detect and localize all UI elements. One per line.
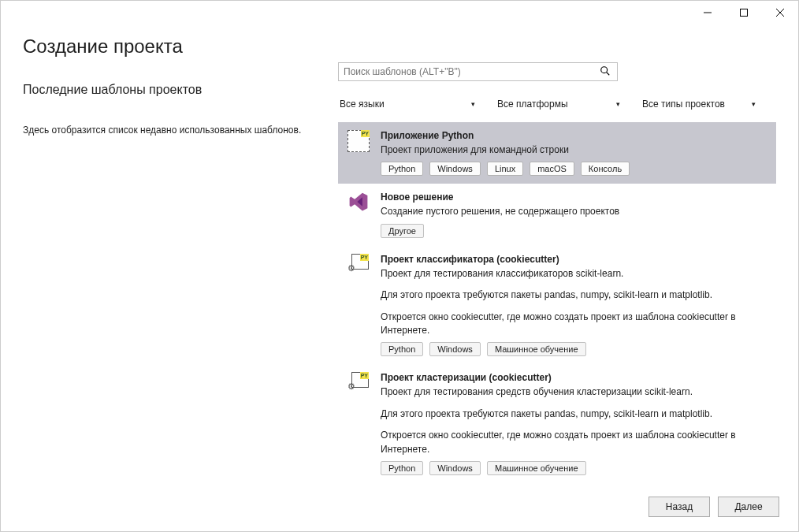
- recent-templates-panel: Последние шаблоны проектов Здесь отобраз…: [23, 61, 338, 486]
- template-description: Создание пустого решения, не содержащего…: [381, 205, 770, 218]
- svg-line-5: [607, 72, 610, 75]
- search-icon[interactable]: [596, 65, 614, 79]
- filter-platform[interactable]: Все платформы ▾: [496, 95, 623, 113]
- recent-heading: Последние шаблоны проектов: [23, 83, 338, 97]
- template-tag: Другое: [381, 224, 424, 238]
- maximize-button[interactable]: [726, 1, 762, 24]
- svg-point-4: [601, 66, 608, 73]
- template-description: Для этого проекта требуются пакеты panda…: [381, 407, 770, 421]
- minimize-button[interactable]: [689, 1, 726, 24]
- back-button[interactable]: Назад: [648, 497, 710, 517]
- template-tags: PythonWindowsLinuxmacOSКонсоль: [381, 162, 770, 176]
- template-tag: Машинное обучение: [487, 461, 586, 475]
- template-list[interactable]: PYПриложение PythonПроект приложения для…: [338, 122, 776, 486]
- dialog-footer: Назад Далее: [1, 485, 798, 531]
- template-tags: Другое: [381, 224, 770, 238]
- filter-language-label: Все языки: [340, 99, 385, 110]
- template-item[interactable]: PY⚙Проект кластеризации (cookiecutter)Пр…: [338, 364, 776, 483]
- svg-rect-1: [741, 9, 748, 17]
- python-app-icon: PY: [346, 130, 371, 155]
- template-tags: PythonWindowsМашинное обучение: [381, 342, 770, 356]
- close-button[interactable]: [762, 1, 798, 24]
- template-tag: Windows: [429, 162, 481, 176]
- template-tag: Windows: [429, 342, 481, 356]
- template-tag: Python: [381, 461, 423, 475]
- template-tags: PythonWindowsМашинное обучение: [381, 461, 770, 475]
- template-title: Проект кластеризации (cookiecutter): [381, 372, 770, 383]
- template-title: Новое решение: [381, 192, 770, 203]
- search-box[interactable]: [338, 62, 618, 81]
- cookiecutter-icon: PY⚙: [346, 372, 371, 397]
- filter-platform-label: Все платформы: [497, 99, 568, 110]
- chevron-down-icon: ▾: [616, 100, 620, 108]
- template-item[interactable]: PYПриложение PythonПроект приложения для…: [338, 122, 776, 184]
- recent-empty-text: Здесь отобразится список недавно использ…: [23, 124, 338, 137]
- vs-solution-icon: [346, 192, 371, 217]
- next-button[interactable]: Далее: [718, 497, 779, 517]
- cookiecutter-icon: PY⚙: [346, 254, 371, 279]
- template-description: Для этого проекта требуются пакеты panda…: [381, 288, 770, 302]
- template-description: Откроется окно cookiecutter, где можно с…: [381, 311, 770, 338]
- template-tag: Машинное обучение: [487, 342, 586, 356]
- template-item[interactable]: PY⚙Проект классификатора (cookiecutter)П…: [338, 246, 776, 365]
- template-title: Приложение Python: [381, 130, 770, 141]
- chevron-down-icon: ▾: [471, 100, 475, 108]
- template-description: Откроется окно cookiecutter, где можно с…: [381, 429, 770, 456]
- titlebar: [1, 1, 798, 26]
- template-tag: Windows: [429, 461, 481, 475]
- filter-project-type-label: Все типы проектов: [642, 99, 725, 110]
- template-description: Проект для тестирования классификаторов …: [381, 267, 770, 281]
- page-title: Создание проекта: [1, 26, 798, 61]
- chevron-down-icon: ▾: [752, 100, 756, 108]
- search-input[interactable]: [344, 66, 596, 77]
- template-title: Проект классификатора (cookiecutter): [381, 254, 770, 265]
- filter-project-type[interactable]: Все типы проектов ▾: [641, 95, 759, 113]
- template-description: Проект приложения для командной строки: [381, 143, 770, 157]
- template-tag: Python: [381, 342, 423, 356]
- template-tag: macOS: [530, 162, 574, 176]
- template-tag: Linux: [487, 162, 523, 176]
- template-tag: Python: [381, 162, 423, 176]
- template-item[interactable]: Новое решениеСоздание пустого решения, н…: [338, 184, 776, 245]
- filter-language[interactable]: Все языки ▾: [338, 95, 478, 113]
- template-tag: Консоль: [581, 162, 630, 176]
- template-description: Проект для тестирования средств обучения…: [381, 385, 770, 399]
